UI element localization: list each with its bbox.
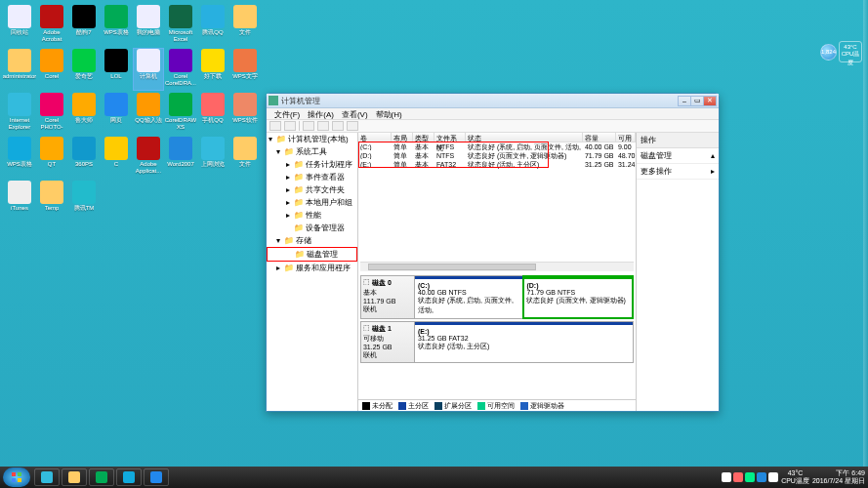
desktop-icon[interactable]: 上网浏览 <box>198 137 227 178</box>
desktop-icon[interactable]: Temp <box>37 181 66 222</box>
desktop-icon[interactable]: Adobe Applicat... <box>134 137 163 178</box>
desktop-icon[interactable]: 计算机 <box>134 49 163 90</box>
desktop-icon[interactable]: Microsoft Excel Prof... <box>166 5 195 46</box>
tray-icon[interactable] <box>722 472 731 482</box>
tree-item[interactable]: ▸📁 本地用户和组 <box>267 196 357 209</box>
cpu-ram-ball[interactable]: 1,824 <box>820 44 837 61</box>
close-button[interactable]: ✕ <box>703 96 717 106</box>
taskbar-app[interactable] <box>34 468 60 486</box>
tree-item[interactable]: ▾📁 存储 <box>267 234 357 247</box>
taskbar-app[interactable] <box>116 468 142 486</box>
desktop-icon[interactable]: 手机QQ <box>198 93 227 134</box>
desktop-icon[interactable]: LOL <box>102 49 131 90</box>
app-icon <box>72 181 96 204</box>
column-header[interactable]: 状态 <box>466 133 583 142</box>
desktop-icon[interactable]: 我的电脑 <box>134 5 163 46</box>
actions-item[interactable]: 更多操作▸ <box>637 164 719 180</box>
scrollbar-h[interactable] <box>360 262 634 271</box>
tree-item[interactable]: 📁 磁盘管理 <box>267 247 357 262</box>
taskbar: 43°CCPU温度 下午 6:492016/7/24 星期日 <box>0 467 868 488</box>
partition[interactable]: (D:)71.79 GB NTFS状态良好 (页面文件, 逻辑驱动器) <box>523 276 633 318</box>
icon-label: 好下载 <box>204 73 222 87</box>
desktop-icon[interactable]: Corel <box>37 49 66 90</box>
desktop-icon[interactable]: 文件 <box>230 5 260 46</box>
tray-icon[interactable] <box>733 472 743 482</box>
desktop-icon[interactable]: 爱奇艺 <box>69 49 99 90</box>
icon-label: 我的电脑 <box>137 29 160 43</box>
menu-item[interactable]: 文件(F) <box>270 108 304 119</box>
toolbar-btn[interactable] <box>347 121 358 131</box>
svg-rect-1 <box>18 472 21 476</box>
partition[interactable]: (E:)31.25 GB FAT32状态良好 (活动, 主分区) <box>415 322 633 362</box>
column-header[interactable]: 文件系统 <box>434 133 466 142</box>
cell: 71.79 GB <box>583 152 616 159</box>
tree-item[interactable]: 📁 设备管理器 <box>267 222 357 234</box>
column-header[interactable]: 布局 <box>392 133 413 142</box>
desktop-icon[interactable]: 360PS <box>69 137 99 178</box>
start-button[interactable] <box>3 468 30 487</box>
desktop-icon[interactable]: Corel PHOTO-P... <box>37 93 66 134</box>
clock[interactable]: 下午 6:492016/7/24 星期日 <box>812 469 865 485</box>
menu-item[interactable]: 帮助(H) <box>372 108 406 119</box>
menu-item[interactable]: 查看(V) <box>338 108 372 119</box>
desktop-icon[interactable]: CorelDRAW XS <box>166 93 195 134</box>
tree-item[interactable]: ▸📁 服务和应用程序 <box>267 262 357 274</box>
column-header[interactable]: 可用 <box>616 133 636 142</box>
app-icon <box>269 96 278 105</box>
column-header[interactable]: 容量 <box>583 133 616 142</box>
desktop-icon[interactable]: 鲁大师 <box>69 93 99 134</box>
actions-item[interactable]: 磁盘管理▴ <box>637 148 719 164</box>
desktop-icon[interactable]: administrator <box>5 49 34 90</box>
toolbar-btn[interactable] <box>317 121 329 131</box>
desktop-icon[interactable]: 好下载 <box>198 49 227 90</box>
desktop-icon[interactable]: WPS软件 <box>230 93 260 134</box>
column-header[interactable]: 卷 <box>358 133 392 142</box>
tree-item[interactable]: ▾📁 系统工具 <box>267 145 357 158</box>
partition[interactable]: (C:)40.00 GB NTFS状态良好 (系统, 启动, 页面文件, 活动, <box>415 276 524 318</box>
computer-management-window: 计算机管理 – ▭ ✕ 文件(F)操作(A)查看(V)帮助(H) ▾📁 计算机管… <box>266 93 720 412</box>
desktop-icon[interactable]: 回收站 <box>5 5 34 46</box>
desktop-icon[interactable]: WPS文字 <box>230 49 260 90</box>
tray-icon[interactable] <box>768 472 778 482</box>
maximize-button[interactable]: ▭ <box>690 96 704 106</box>
minimize-button[interactable]: – <box>678 96 691 106</box>
tree-item[interactable]: ▸📁 事件查看器 <box>267 171 357 183</box>
fwd-button[interactable] <box>284 121 296 131</box>
volume-row[interactable]: (E:)简单基本FAT32状态良好 (活动, 主分区)31.25 GB31.24 <box>358 160 636 169</box>
desktop-icon[interactable]: 腾讯TM <box>69 181 99 222</box>
desktop-icon[interactable]: 文件 <box>230 137 260 178</box>
column-header[interactable]: 类型 <box>413 133 434 142</box>
desktop-icon[interactable]: QQ输入法 <box>134 93 163 134</box>
tree-item[interactable]: ▾📁 计算机管理(本地) <box>267 133 357 145</box>
desktop-icon[interactable]: 网页 <box>102 93 131 134</box>
desktop-icon[interactable]: iTunes <box>5 181 34 222</box>
toolbar-btn[interactable] <box>303 121 314 131</box>
desktop-icon[interactable]: Internet Explorer <box>5 93 34 134</box>
taskbar-app[interactable] <box>144 468 169 486</box>
tray-icon[interactable] <box>745 472 755 482</box>
titlebar[interactable]: 计算机管理 – ▭ ✕ <box>267 94 719 108</box>
tree-item[interactable]: ▸📁 性能 <box>267 209 357 222</box>
desktop-icon[interactable]: Word2007 <box>166 137 195 178</box>
taskbar-app[interactable] <box>62 468 87 486</box>
tree-item[interactable]: ▸📁 任务计划程序 <box>267 158 357 171</box>
desktop-icon[interactable]: Corel CorelDRA... <box>166 49 195 90</box>
right-side-scroll[interactable] <box>863 0 868 467</box>
app-icon <box>233 93 257 116</box>
actions-header: 操作 <box>637 133 719 148</box>
desktop-icon[interactable]: QT <box>37 137 66 178</box>
icon-label: CorelDRAW XS <box>165 117 196 131</box>
tray-icon[interactable] <box>757 472 766 482</box>
desktop-icon[interactable]: C <box>102 137 131 178</box>
taskbar-app[interactable] <box>89 468 114 486</box>
desktop-icon[interactable]: WPS表格 <box>5 137 34 178</box>
toolbar-btn[interactable] <box>332 121 344 131</box>
desktop-icon[interactable]: 腾讯QQ <box>198 5 227 46</box>
desktop-icon[interactable]: Adobe Acrobat DC <box>37 5 66 46</box>
desktop-icon[interactable]: 酷狗7 <box>69 5 99 46</box>
back-button[interactable] <box>269 121 281 131</box>
menu-item[interactable]: 操作(A) <box>304 108 338 119</box>
app-icon <box>137 49 160 72</box>
desktop-icon[interactable]: WPS表格 <box>102 5 131 46</box>
tree-item[interactable]: ▸📁 共享文件夹 <box>267 183 357 196</box>
